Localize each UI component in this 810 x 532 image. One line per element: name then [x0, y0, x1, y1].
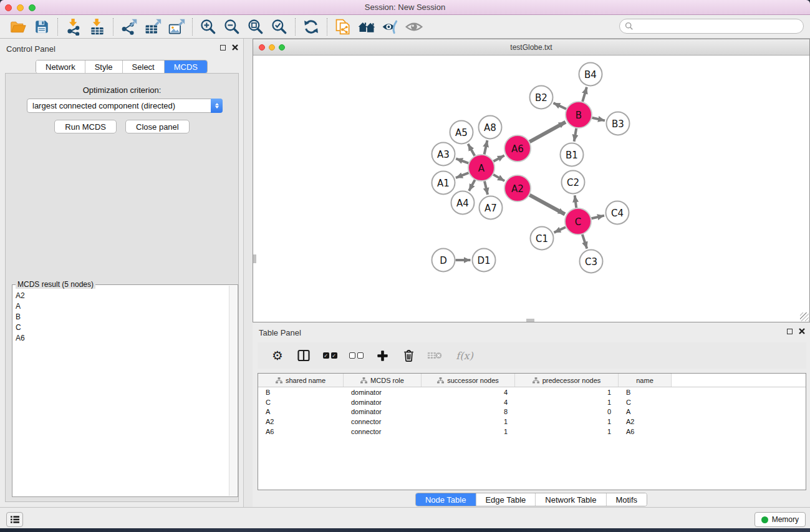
table-row[interactable]: A2connector11A2: [258, 417, 806, 427]
deselect-all-columns-button[interactable]: [347, 347, 365, 364]
column-header-successor-nodes[interactable]: successor nodes: [422, 374, 515, 387]
show-log-button[interactable]: [6, 512, 23, 527]
edge-B-B2[interactable]: [553, 103, 566, 109]
zoom-fit-button[interactable]: [244, 17, 268, 37]
table-cell[interactable]: dominator: [344, 399, 422, 406]
edge-B-B1[interactable]: [574, 128, 577, 142]
mcds-result-item[interactable]: C: [13, 322, 228, 332]
criterion-select[interactable]: largest connected component (directed): [27, 99, 223, 113]
column-header-name[interactable]: name: [619, 374, 672, 387]
column-header-predecessor-nodes[interactable]: predecessor nodes: [515, 374, 619, 387]
add-column-button[interactable]: [374, 347, 391, 364]
edge-A-A7[interactable]: [485, 181, 488, 195]
node-A4[interactable]: A4: [451, 191, 475, 215]
column-header-MCDS-role[interactable]: MCDS role: [344, 374, 422, 387]
node-B1[interactable]: B1: [561, 143, 584, 167]
node-A[interactable]: A: [468, 155, 494, 181]
mcds-result-item[interactable]: B: [13, 311, 228, 322]
node-C4[interactable]: C4: [606, 201, 629, 225]
mcds-result-item[interactable]: A2: [13, 290, 228, 301]
table-cell[interactable]: A6: [619, 428, 672, 435]
table-cell[interactable]: 1: [515, 428, 619, 435]
mcds-result-item[interactable]: A: [13, 301, 228, 311]
resize-grip-icon[interactable]: [800, 312, 809, 321]
edge-A-A8[interactable]: [485, 140, 488, 154]
node-D[interactable]: D: [432, 249, 455, 272]
node-A5[interactable]: A5: [450, 121, 473, 144]
export-image-button[interactable]: [165, 17, 188, 37]
network-window-titlebar[interactable]: testGlobe.txt: [253, 39, 809, 56]
table-cell[interactable]: 8: [422, 408, 515, 415]
table-cell[interactable]: C: [619, 399, 672, 406]
split-panel-button[interactable]: [295, 347, 312, 364]
node-A6[interactable]: A6: [504, 135, 531, 162]
edge-C-C2[interactable]: [575, 195, 577, 208]
tab-node-table[interactable]: Node Table: [416, 493, 476, 506]
table-cell[interactable]: A2: [619, 418, 672, 425]
table-cell[interactable]: A: [258, 408, 344, 415]
node-C3[interactable]: C3: [580, 250, 603, 273]
table-cell[interactable]: A6: [258, 428, 344, 435]
table-cell[interactable]: 4: [422, 399, 515, 406]
tab-style[interactable]: Style: [85, 60, 123, 73]
node-A2[interactable]: A2: [504, 175, 531, 201]
table-row[interactable]: A6connector11A6: [258, 427, 806, 437]
tab-network[interactable]: Network: [36, 60, 85, 73]
column-header-shared-name[interactable]: shared name: [258, 374, 344, 387]
table-row[interactable]: Bdominator41B: [258, 387, 806, 397]
table-cell[interactable]: dominator: [344, 389, 422, 396]
canvas-horizontal-thumb[interactable]: [526, 319, 534, 322]
function-builder-button[interactable]: f(x): [452, 347, 477, 364]
float-table-panel-icon[interactable]: [787, 329, 793, 334]
first-neighbors-button[interactable]: [355, 17, 378, 37]
node-A3[interactable]: A3: [432, 143, 455, 166]
node-B4[interactable]: B4: [579, 63, 602, 86]
network-graph[interactable]: B4B2BB3A8A5A6A3B1AC2A1A2A4A7C4CC1C3DD1: [253, 56, 809, 322]
tab-edge-table[interactable]: Edge Table: [476, 493, 536, 506]
close-panel-icon[interactable]: [232, 44, 238, 51]
node-C[interactable]: C: [565, 208, 591, 235]
edge-A-A5[interactable]: [468, 144, 475, 156]
node-A1[interactable]: A1: [432, 172, 455, 195]
tab-select[interactable]: Select: [123, 60, 165, 73]
table-cell[interactable]: A2: [258, 418, 344, 425]
result-scrollbar[interactable]: [229, 286, 237, 496]
table-cell[interactable]: 1: [422, 418, 515, 425]
table-cell[interactable]: connector: [344, 428, 422, 435]
edge-C-C3[interactable]: [582, 235, 587, 249]
delete-column-button[interactable]: [400, 347, 417, 364]
hide-graphics-details-button[interactable]: [378, 17, 402, 37]
canvas-vertical-thumb[interactable]: [253, 254, 256, 263]
table-options-button[interactable]: ⚙: [269, 347, 286, 364]
search-field[interactable]: [619, 19, 804, 34]
zoom-selected-button[interactable]: [268, 17, 291, 37]
table-cell[interactable]: 4: [422, 389, 515, 396]
table-cell[interactable]: connector: [344, 418, 422, 425]
duplicate-network-button[interactable]: [331, 17, 355, 37]
table-cell[interactable]: C: [258, 399, 344, 406]
edge-C-C1[interactable]: [554, 227, 566, 233]
edge-C-C4[interactable]: [591, 216, 604, 219]
run-mcds-button[interactable]: Run MCDS: [54, 120, 117, 133]
edge-A2-C[interactable]: [529, 195, 565, 215]
table-row[interactable]: Adominator80A: [258, 407, 806, 417]
edge-B-B4[interactable]: [582, 87, 587, 102]
node-B[interactable]: B: [566, 102, 592, 128]
float-panel-icon[interactable]: [220, 45, 226, 51]
table-cell[interactable]: B: [258, 389, 344, 396]
import-table-button[interactable]: [85, 17, 109, 37]
table-row[interactable]: Cdominator41C: [258, 397, 806, 407]
import-network-button[interactable]: [62, 17, 85, 37]
tab-network-table[interactable]: Network Table: [536, 493, 606, 506]
table-cell[interactable]: 1: [515, 418, 619, 425]
node-A7[interactable]: A7: [480, 196, 503, 220]
table-cell[interactable]: A: [619, 408, 672, 415]
node-C1[interactable]: C1: [531, 227, 554, 250]
table-cell[interactable]: 1: [515, 399, 619, 406]
delete-table-button[interactable]: [426, 347, 443, 364]
zoom-in-button[interactable]: [196, 17, 220, 37]
edge-A6-B[interactable]: [529, 122, 566, 142]
zoom-out-button[interactable]: [220, 17, 244, 37]
edge-B-B3[interactable]: [592, 118, 605, 121]
export-table-button[interactable]: [141, 17, 165, 37]
